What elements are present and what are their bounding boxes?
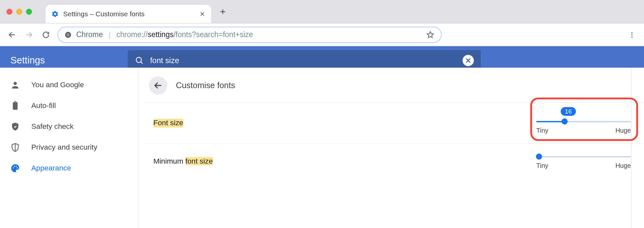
sidebar-item-safety-check[interactable]: Safety check	[0, 116, 138, 137]
settings-panel: Customise fonts Font size 16 Tiny Huge M…	[138, 68, 644, 228]
svg-point-9	[14, 166, 15, 167]
search-icon	[135, 56, 144, 65]
svg-point-7	[14, 82, 17, 85]
font-size-label: Font size	[153, 119, 183, 127]
browser-tab[interactable]: Settings – Customise fonts	[46, 5, 211, 23]
sidebar-item-you-and-google[interactable]: You and Google	[0, 74, 138, 95]
window-chrome: Settings – Customise fonts	[0, 0, 644, 23]
overflow-menu-button[interactable]	[626, 29, 637, 40]
slider-max-label: Huge	[615, 162, 631, 169]
settings-sidebar: You and Google Auto-fill Safety check Pr…	[0, 68, 138, 228]
shield-check-icon	[10, 122, 20, 131]
settings-title: Settings	[10, 55, 45, 66]
slider-value-badge: 16	[561, 107, 576, 116]
slider-max-label: Huge	[615, 127, 631, 134]
svg-point-2	[67, 34, 69, 36]
person-icon	[10, 80, 20, 90]
url-text: chrome://settings/fonts?search=font+size	[117, 30, 253, 39]
panel-back-button[interactable]	[149, 76, 167, 95]
svg-point-6	[136, 57, 141, 62]
font-size-slider[interactable]: 16 Tiny Huge	[536, 118, 631, 134]
svg-point-11	[17, 168, 18, 168]
sidebar-item-label: Privacy and security	[31, 143, 97, 152]
chrome-icon	[64, 31, 72, 38]
palette-icon	[10, 164, 20, 173]
shield-icon	[10, 143, 20, 152]
tab-title: Settings – Customise fonts	[63, 10, 195, 18]
forward-button[interactable]	[23, 29, 35, 40]
traffic-lights	[7, 9, 32, 15]
slider-min-label: Tiny	[536, 127, 548, 134]
svg-point-3	[631, 32, 633, 33]
bookmark-star-icon[interactable]	[426, 31, 435, 39]
minimum-font-size-row: Minimum font size Tiny Huge	[145, 143, 644, 179]
settings-search-input[interactable]	[150, 56, 456, 65]
sidebar-item-label: Auto-fill	[31, 101, 56, 110]
window-close-button[interactable]	[7, 9, 12, 15]
back-button[interactable]	[7, 29, 18, 40]
svg-point-10	[16, 166, 17, 167]
gear-icon	[51, 10, 59, 18]
min-font-size-label: Minimum font size	[153, 157, 213, 166]
separator: |	[109, 31, 111, 39]
sidebar-item-label: Appearance	[31, 164, 71, 173]
sidebar-item-label: You and Google	[31, 81, 84, 89]
panel-header: Customise fonts	[145, 73, 644, 102]
clipboard-icon	[10, 101, 20, 111]
window-zoom-button[interactable]	[26, 9, 32, 15]
sidebar-item-appearance[interactable]: Appearance	[0, 158, 138, 179]
font-size-row: Font size 16 Tiny Huge	[145, 102, 644, 144]
tab-strip: Settings – Customise fonts	[46, 0, 229, 23]
slider-min-label: Tiny	[536, 162, 548, 169]
address-bar[interactable]: Chrome | chrome://settings/fonts?search=…	[57, 27, 442, 43]
window-minimize-button[interactable]	[16, 9, 22, 15]
url-scheme-label: Chrome	[76, 30, 103, 39]
sidebar-item-label: Safety check	[31, 122, 74, 131]
min-font-size-slider[interactable]: Tiny Huge	[536, 154, 631, 169]
new-tab-button[interactable]	[216, 5, 229, 18]
svg-point-5	[631, 36, 633, 37]
panel-title: Customise fonts	[176, 81, 235, 90]
clear-search-button[interactable]	[462, 55, 474, 66]
sidebar-item-privacy[interactable]: Privacy and security	[0, 137, 138, 158]
browser-toolbar: Chrome | chrome://settings/fonts?search=…	[0, 23, 644, 46]
reload-button[interactable]	[40, 29, 51, 40]
svg-point-4	[631, 34, 633, 35]
svg-point-8	[13, 168, 14, 168]
sidebar-item-autofill[interactable]: Auto-fill	[0, 95, 138, 116]
close-icon[interactable]	[199, 11, 205, 17]
